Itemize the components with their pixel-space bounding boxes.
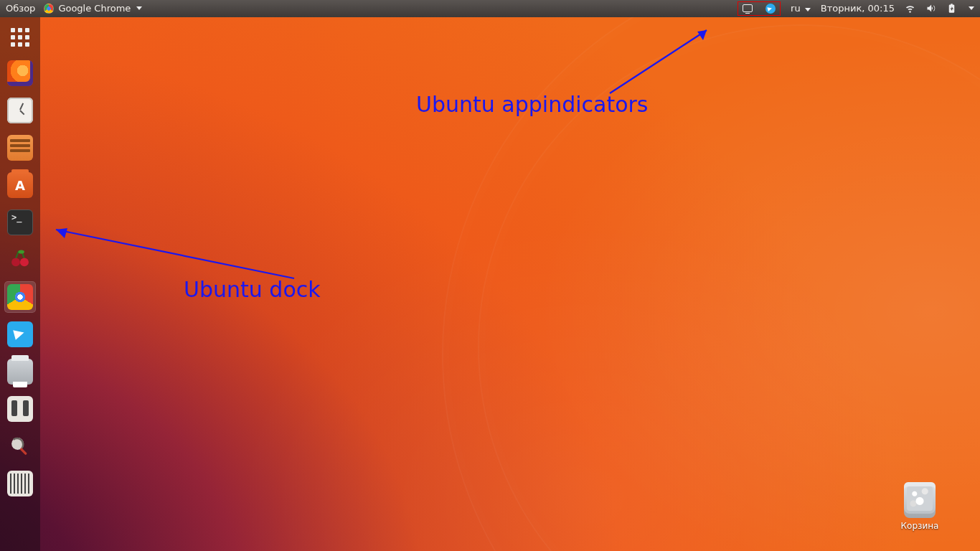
dock-item-terminal[interactable] [4, 207, 36, 238]
firefox-icon [7, 60, 33, 86]
clock-label[interactable]: Вторник, 00:15 [821, 3, 895, 14]
dock-item-clocks[interactable] [4, 95, 36, 126]
software-center-icon [7, 172, 33, 198]
battery-icon[interactable] [946, 3, 957, 14]
trash-icon [904, 482, 936, 518]
telegram-icon [7, 321, 33, 347]
svg-point-1 [20, 258, 29, 266]
audio-settings-icon [7, 471, 33, 496]
trash-label: Корзина [891, 521, 948, 531]
trash-desktop-icon[interactable]: Корзина [891, 482, 948, 531]
wifi-icon[interactable] [905, 3, 915, 14]
svg-line-7 [56, 230, 294, 278]
files-icon [7, 135, 33, 161]
chrome-icon [7, 284, 33, 310]
annotation-arrow-appindicators [595, 22, 739, 100]
dock-item-telegram[interactable] [4, 319, 36, 350]
annotation-appindicators-label: Ubuntu appindicators [416, 92, 649, 117]
chrome-icon [44, 4, 54, 14]
appindicator-tray [738, 1, 781, 16]
ubuntu-dock [0, 17, 40, 551]
winetricks-icon [7, 433, 33, 459]
appindicator-telegram-icon[interactable] [765, 4, 776, 14]
svg-point-2 [18, 250, 24, 253]
activities-button[interactable]: Обзор [6, 3, 35, 14]
terminal-icon [7, 209, 33, 235]
volume-icon[interactable] [925, 3, 936, 14]
keyboard-layout-label: ru [791, 3, 801, 14]
dock-item-firefox[interactable] [4, 57, 36, 89]
chevron-down-icon [805, 8, 811, 11]
system-menu-chevron-icon[interactable] [969, 6, 974, 10]
svg-marker-8 [56, 228, 67, 238]
cherrytree-icon [7, 247, 33, 273]
app-menu[interactable]: Google Chrome [44, 3, 142, 14]
svg-point-0 [11, 258, 20, 266]
annotation-dock-label: Ubuntu dock [184, 277, 321, 302]
chevron-down-icon [136, 6, 142, 10]
dock-item-ubuntu-software[interactable] [4, 169, 36, 201]
dock-item-cherrytree[interactable] [4, 244, 36, 276]
dock-item-google-chrome[interactable] [4, 281, 36, 313]
printer-icon [7, 359, 33, 385]
dock-item-printer[interactable] [4, 356, 36, 387]
show-applications-button[interactable] [6, 23, 34, 52]
font-manager-icon [7, 396, 33, 422]
dock-item-winetricks[interactable] [4, 430, 36, 462]
top-bar: Обзор Google Chrome ru Вторник, 00:15 [0, 0, 980, 17]
app-menu-label: Google Chrome [58, 3, 131, 14]
svg-line-5 [610, 30, 707, 93]
appindicator-monitor-icon[interactable] [743, 4, 753, 12]
dock-item-font-manager[interactable] [4, 393, 36, 425]
dock-item-files[interactable] [4, 132, 36, 164]
svg-rect-4 [19, 448, 27, 456]
dock-item-audio[interactable] [4, 468, 36, 499]
keyboard-layout-indicator[interactable]: ru [791, 3, 811, 14]
clock-icon [7, 98, 33, 123]
